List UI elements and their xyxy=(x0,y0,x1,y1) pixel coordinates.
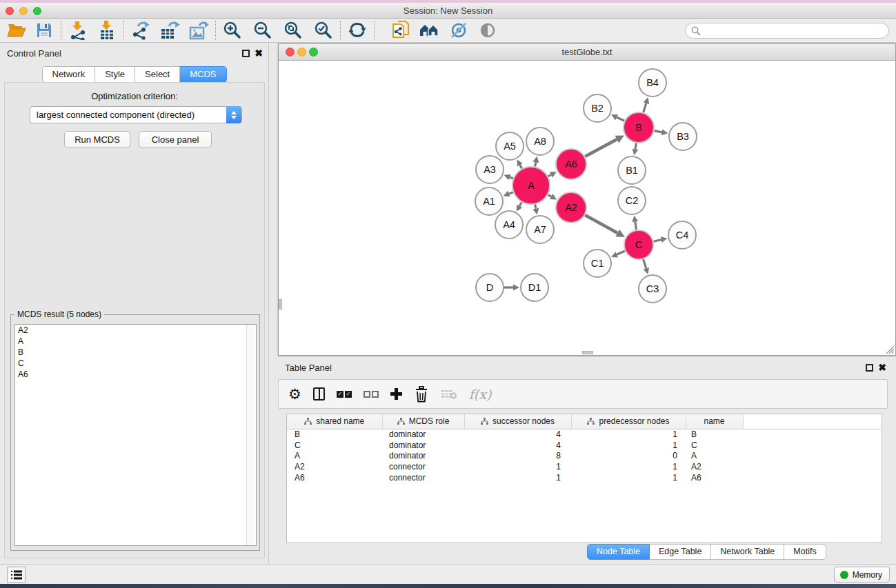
zoom-selected-icon[interactable] xyxy=(312,20,335,41)
search-input[interactable] xyxy=(685,23,889,39)
tab-select[interactable]: Select xyxy=(135,66,180,83)
graph-edge-B-B3[interactable] xyxy=(655,131,662,132)
column-header-name[interactable]: name xyxy=(686,414,743,429)
float-table-panel-icon[interactable] xyxy=(866,364,873,372)
result-item[interactable]: A xyxy=(15,336,256,347)
tab-network[interactable]: Network xyxy=(41,66,95,83)
graph-edge-A-A1[interactable] xyxy=(509,192,513,194)
column-header-predecessor-nodes[interactable]: predecessor nodes xyxy=(571,414,686,429)
open-session-icon[interactable] xyxy=(6,20,28,41)
result-item[interactable]: A6 xyxy=(15,369,256,380)
graph-edge-A-A3[interactable] xyxy=(510,177,513,179)
show-network-icon[interactable] xyxy=(477,20,499,41)
import-network-icon[interactable] xyxy=(67,20,89,41)
graph-edge-C-C2[interactable] xyxy=(635,222,637,230)
graph-edge-A-A8[interactable] xyxy=(535,162,536,166)
save-session-icon[interactable] xyxy=(33,20,55,41)
export-network-icon[interactable] xyxy=(130,20,152,41)
tab-mcds[interactable]: MCDS xyxy=(180,66,226,83)
graph-edge-A2-C[interactable] xyxy=(585,215,617,233)
canvas-vscroll-thumb[interactable] xyxy=(279,299,282,310)
column-header-shared-name[interactable]: shared name xyxy=(287,414,382,429)
graph-edge-B-B4[interactable] xyxy=(644,103,646,112)
search-icon xyxy=(691,26,701,36)
desktop-bottom-strip xyxy=(0,584,896,588)
graph-edge-B-B1[interactable] xyxy=(635,143,636,150)
tab-motifs[interactable]: Motifs xyxy=(784,544,826,560)
close-panel-icon[interactable]: ✖ xyxy=(255,48,263,59)
graph-node-label: C xyxy=(635,239,642,250)
float-panel-icon[interactable] xyxy=(242,50,250,57)
memory-label: Memory xyxy=(853,570,882,580)
home-view-icon[interactable] xyxy=(419,20,441,41)
export-image-icon[interactable] xyxy=(188,20,210,41)
graph-edge-arrow xyxy=(644,97,650,104)
tab-style[interactable]: Style xyxy=(95,66,135,83)
graph-edge-C-C1[interactable] xyxy=(617,251,625,254)
network-view-window: testGlobe.txt AA6A2BCA5A8A3A1A4A7B2B4B3B… xyxy=(278,43,896,356)
tab-network-table[interactable]: Network Table xyxy=(711,544,784,560)
graph-edge-A-A5[interactable] xyxy=(520,165,522,168)
graph-edge-A-A4[interactable] xyxy=(519,202,521,206)
graph-edge-B-B2[interactable] xyxy=(617,117,624,121)
table-row[interactable]: Cdominator41C xyxy=(287,440,882,451)
column-header-successor-nodes[interactable]: successor nodes xyxy=(464,414,571,429)
app-title: Session: New Session xyxy=(0,6,896,16)
task-history-button[interactable] xyxy=(7,567,26,583)
canvas-hscroll-thumb[interactable] xyxy=(582,351,593,354)
table-cell: 4 xyxy=(464,429,571,440)
hide-network-icon[interactable] xyxy=(448,20,470,41)
run-mcds-button[interactable]: Run MCDS xyxy=(64,131,130,148)
criterion-dropdown[interactable]: largest connected component (directed) xyxy=(30,106,242,123)
graph-edge-arrow xyxy=(532,156,539,163)
tab-edge-table[interactable]: Edge Table xyxy=(650,544,711,560)
window-resize-grip[interactable] xyxy=(885,345,895,354)
column-header-mcds-role[interactable]: MCDS role xyxy=(382,414,464,429)
table-cell-filler xyxy=(743,472,882,483)
function-builder-icon[interactable]: f(x) xyxy=(469,384,492,405)
result-item[interactable]: B xyxy=(15,347,256,358)
unselect-all-columns-icon[interactable] xyxy=(364,384,379,405)
result-scrollbar[interactable] xyxy=(246,325,255,545)
import-table-icon[interactable] xyxy=(96,20,118,41)
graph-node-label: D1 xyxy=(528,282,541,293)
graph-edge-A-A2[interactable] xyxy=(548,195,552,197)
show-columns-icon[interactable] xyxy=(313,384,325,405)
table-cell: A xyxy=(686,450,743,461)
graph-edge-A-A7[interactable] xyxy=(535,204,536,208)
header-filler xyxy=(743,414,882,429)
export-table-icon[interactable] xyxy=(159,20,181,41)
refresh-icon[interactable] xyxy=(346,20,368,41)
zoom-out-icon[interactable] xyxy=(252,20,274,41)
select-all-columns-icon[interactable]: ✓✓ xyxy=(337,384,352,405)
control-panel-tabs: Network Style Select MCDS xyxy=(41,66,226,83)
delete-table-icon[interactable] xyxy=(441,384,457,405)
graph-edge-A-A6[interactable] xyxy=(548,175,551,176)
graph-edge-arrow xyxy=(661,129,668,135)
graph-edge-A6-B[interactable] xyxy=(585,139,617,156)
result-item[interactable]: C xyxy=(15,358,256,369)
delete-column-icon[interactable] xyxy=(414,384,429,405)
network-canvas[interactable]: AA6A2BCA5A8A3A1A4A7B2B4B3B1C2C4C1C3DD1 xyxy=(279,61,895,355)
table-cell: A2 xyxy=(287,461,382,472)
mcds-result-list: A2ABCA6 xyxy=(14,324,257,546)
table-row[interactable]: Adominator80A xyxy=(287,450,882,461)
clone-network-icon[interactable] xyxy=(390,20,412,41)
graph-edge-C-C4[interactable] xyxy=(653,240,661,242)
close-panel-button[interactable]: Close panel xyxy=(139,131,212,148)
tab-node-table[interactable]: Node Table xyxy=(587,544,650,560)
table-cell: A6 xyxy=(686,472,743,483)
result-item[interactable]: A2 xyxy=(15,325,256,336)
table-settings-gear-icon[interactable]: ⚙ xyxy=(288,384,301,405)
zoom-fit-icon[interactable] xyxy=(282,20,304,41)
network-window-titlebar[interactable]: testGlobe.txt xyxy=(279,44,895,61)
graph-edge-C-C3[interactable] xyxy=(644,259,646,268)
table-row[interactable]: Bdominator41B xyxy=(287,429,882,440)
memory-button[interactable]: Memory xyxy=(834,567,890,582)
zoom-in-icon[interactable] xyxy=(221,20,243,41)
close-table-panel-icon[interactable]: ✖ xyxy=(878,362,886,373)
graph-node-label: B xyxy=(635,122,642,133)
table-row[interactable]: A2connector11A2 xyxy=(287,461,882,472)
add-column-icon[interactable] xyxy=(390,384,402,405)
table-row[interactable]: A6connector11A6 xyxy=(287,472,882,483)
